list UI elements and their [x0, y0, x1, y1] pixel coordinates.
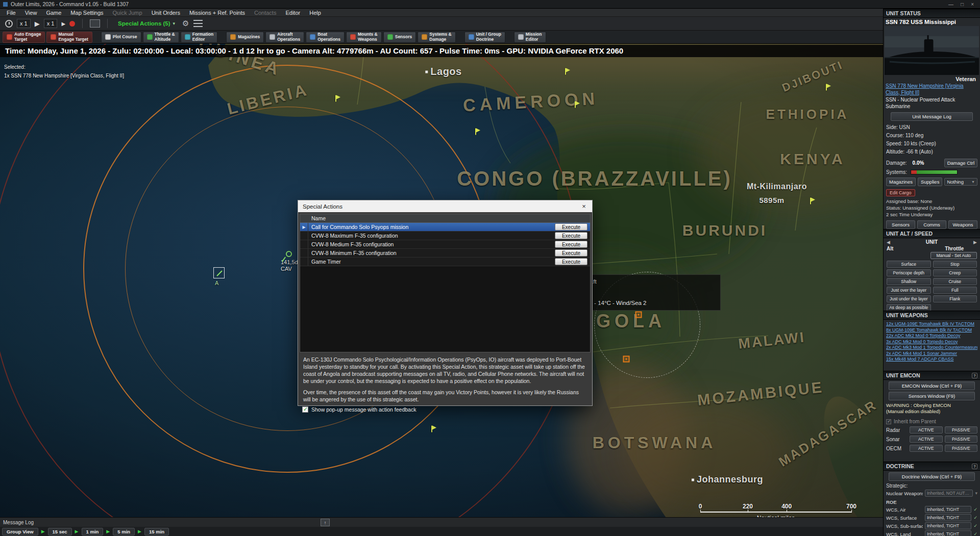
- execute-button[interactable]: Execute: [555, 232, 587, 239]
- throttle-button-stop[interactable]: Stop: [933, 261, 977, 268]
- special-actions-button[interactable]: Special Actions (5) ▾: [115, 19, 178, 28]
- supplies-dropdown[interactable]: Nothing ▼: [944, 178, 977, 186]
- alt-button-just-under-the-layer[interactable]: Just under the layer: [887, 295, 931, 302]
- ribbon-mission-editor[interactable]: Mission Editor: [514, 32, 546, 43]
- weapon-link[interactable]: 8x UGM-109E Tomahawk Blk IV TACTOM: [886, 327, 977, 334]
- unit-message-log-button[interactable]: Unit Message Log: [891, 112, 973, 121]
- edit-cargo-button[interactable]: Edit Cargo: [886, 189, 915, 196]
- prev-arrow-icon[interactable]: ◀: [887, 240, 890, 245]
- feedback-checkbox[interactable]: [302, 406, 308, 413]
- ribbon-formation-editor[interactable]: Formation Editor: [181, 32, 218, 43]
- ribbon-auto-engage-target[interactable]: Auto Engage Target: [3, 32, 45, 43]
- map-unit-flag-icon[interactable]: [575, 101, 576, 108]
- weapon-link[interactable]: 22x ADC Mk2 Mod 0 Torpedo Decoy: [886, 333, 977, 339]
- throttle-button-cruise[interactable]: Cruise: [933, 278, 977, 285]
- dialog-close-icon[interactable]: ×: [576, 200, 592, 212]
- map-tool-icon[interactable]: [90, 19, 100, 28]
- doctrine-value-dropdown[interactable]: Inherited, TIGHT: [925, 530, 971, 536]
- menu-view[interactable]: View: [20, 9, 42, 17]
- unit-class-link[interactable]: SSN 778 New Hampshire [Virginia Class, F…: [884, 83, 980, 96]
- map-unit-flag-icon[interactable]: [810, 198, 811, 205]
- play-icon[interactable]: ▶: [138, 529, 141, 534]
- menu-quick-jump[interactable]: Quick Jump: [108, 9, 147, 17]
- speed-button-15-min[interactable]: 15 min: [144, 528, 169, 535]
- menu-map-settings[interactable]: Map Settings: [66, 9, 108, 17]
- group-view-button[interactable]: Group View: [2, 528, 38, 535]
- play-icon[interactable]: ▶: [35, 20, 40, 28]
- menu-contacts[interactable]: Contacts: [250, 9, 281, 17]
- special-action-row[interactable]: Game TimerExecute: [300, 258, 590, 266]
- special-action-row[interactable]: CVW-8 Maximum F-35 configurationExecute: [300, 232, 590, 240]
- manual-set-auto-button[interactable]: Manual - Set Auto: [930, 252, 977, 259]
- message-log-bar[interactable]: Message Log ↑: [0, 517, 883, 527]
- help-icon[interactable]: ?: [972, 373, 977, 378]
- map-unit-hostile-icon[interactable]: [635, 312, 642, 318]
- clock-icon[interactable]: [5, 20, 13, 28]
- gear-icon[interactable]: ⚙: [182, 19, 189, 28]
- doctrine-value-dropdown[interactable]: Inherited, TIGHT: [925, 514, 971, 521]
- menu-game[interactable]: Game: [41, 9, 66, 17]
- map-unit-hostile-icon[interactable]: [623, 356, 630, 363]
- map-unit-contact-icon[interactable]: 141,5dB CAV: [286, 251, 292, 257]
- ribbon-sensors[interactable]: Sensors: [383, 32, 416, 43]
- help-icon[interactable]: ?: [972, 464, 977, 469]
- close-button[interactable]: ×: [971, 2, 974, 7]
- throttle-button-creep[interactable]: Creep: [933, 269, 977, 276]
- map-unit-flag-icon[interactable]: [431, 426, 432, 432]
- ribbon-plot-course[interactable]: Plot Course: [101, 32, 141, 43]
- active-button[interactable]: ACTIVE: [910, 445, 943, 452]
- throttle-button-flank[interactable]: Flank: [933, 295, 977, 302]
- comms-button[interactable]: Comms: [917, 220, 946, 229]
- passive-button[interactable]: PASSIVE: [945, 445, 978, 452]
- execute-button[interactable]: Execute: [555, 258, 587, 265]
- weapon-link[interactable]: 2x ADC Mk3 Mod 1 Torpedo Countermeasure: [886, 345, 977, 351]
- ribbon-mounts-weapons[interactable]: Mounts & Weapons: [346, 32, 382, 43]
- inherit-parent-checkbox[interactable]: [886, 419, 891, 424]
- throttle-button-full[interactable]: Full: [933, 287, 977, 294]
- map-unit-flag-icon[interactable]: [475, 129, 476, 135]
- passive-button[interactable]: PASSIVE: [945, 436, 978, 443]
- ribbon-manual-engage-target[interactable]: Manual Engage Target: [46, 32, 92, 43]
- sensors-window-button[interactable]: Sensors Window (F9): [889, 392, 975, 400]
- ribbon-boat-operations[interactable]: Boat Operations: [306, 32, 345, 43]
- speed-button-15-sec[interactable]: 15 sec: [48, 528, 72, 535]
- alt-button-as-deep-as-possible[interactable]: As deep as possible: [887, 304, 931, 311]
- ribbon-unit-group-doctrine[interactable]: Unit / Group Doctrine: [464, 32, 505, 43]
- speed-button-1-min[interactable]: 1 min: [82, 528, 104, 535]
- alt-button-just-over-the-layer[interactable]: Just over the layer: [887, 287, 931, 294]
- menu-file[interactable]: File: [2, 9, 20, 17]
- weapons-button[interactable]: Weapons: [948, 220, 977, 229]
- play-icon[interactable]: ▶: [106, 529, 110, 534]
- special-action-row[interactable]: CVW-8 Medium F-35 configurationExecute: [300, 240, 590, 249]
- execute-button[interactable]: Execute: [555, 241, 587, 248]
- ribbon-magazines[interactable]: Magazines: [226, 32, 264, 43]
- menu-editor[interactable]: Editor: [281, 9, 305, 17]
- maximize-button[interactable]: □: [961, 2, 964, 7]
- weapon-link[interactable]: 12x UGM-109E Tomahawk Blk IV TACTOM: [886, 321, 977, 327]
- doctrine-window-button[interactable]: Doctrine Window (Ctrl + F9): [889, 472, 975, 481]
- record-icon[interactable]: [69, 21, 75, 27]
- execute-button[interactable]: Execute: [555, 249, 587, 257]
- map-unit-flag-icon[interactable]: [335, 95, 336, 102]
- active-button[interactable]: ACTIVE: [910, 426, 943, 433]
- next-arrow-icon[interactable]: ▶: [973, 240, 977, 245]
- weapon-link[interactable]: 15x Mk48 Mod 7 ADCAP CBASS: [886, 356, 977, 363]
- ribbon-aircraft-operations[interactable]: Aircraft Operations: [265, 32, 304, 43]
- magazines-button[interactable]: Magazines: [886, 177, 916, 186]
- sensors-button[interactable]: Sensors: [886, 220, 915, 229]
- dialog-titlebar[interactable]: Special Actions ×: [298, 200, 592, 212]
- doctrine-value-dropdown[interactable]: Inherited, TIGHT: [925, 522, 971, 529]
- active-button[interactable]: ACTIVE: [910, 436, 943, 443]
- ribbon-throttle-altitude[interactable]: Throttle & Altitude: [143, 32, 179, 43]
- play-icon[interactable]: ▶: [75, 529, 79, 534]
- weapon-link[interactable]: 3x ADC Mk2 Mod 0 Torpedo Decoy: [886, 339, 977, 345]
- passive-button[interactable]: PASSIVE: [945, 426, 978, 433]
- alt-button-shallow[interactable]: Shallow: [887, 278, 931, 285]
- alt-button-periscope-depth[interactable]: Periscope depth: [887, 269, 931, 276]
- execute-button[interactable]: Execute: [555, 223, 587, 231]
- ribbon-systems-damage[interactable]: Systems & Damage: [418, 32, 455, 43]
- special-action-row[interactable]: ▶Call for Commando Solo Psyops missionEx…: [300, 223, 590, 232]
- alt-button-surface[interactable]: Surface: [887, 261, 931, 268]
- expand-log-arrow-icon[interactable]: ↑: [321, 519, 330, 526]
- menu-unit-orders[interactable]: Unit Orders: [147, 9, 185, 17]
